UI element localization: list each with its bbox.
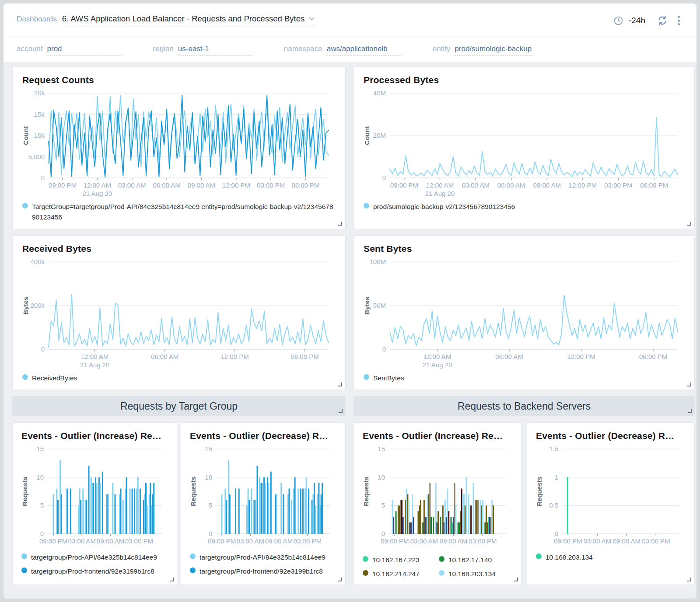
legend-label: targetgroup/Prod-frontend/92e3199b1rc8: [200, 566, 323, 577]
resize-handle[interactable]: [687, 383, 691, 386]
panel-title: Events - Outlier (Decrease) R…: [536, 431, 686, 441]
legend-item[interactable]: 10.162.214.247: [363, 569, 436, 579]
series-dot: [364, 374, 369, 380]
svg-text:100M: 100M: [369, 258, 386, 265]
legend: 10.162.167.223 10.162.17.140 10.162.214.…: [363, 551, 512, 579]
legend-item[interactable]: 10.162.167.223: [363, 555, 436, 565]
svg-text:5: 5: [40, 501, 44, 509]
series-dot: [439, 556, 444, 562]
legend-label: ReceivedBytes: [32, 373, 77, 383]
legend-item[interactable]: targetgroup/Prod-frontend/92e3199b1rc8: [21, 566, 168, 577]
legend-label: 10.162.167.223: [372, 555, 420, 565]
svg-text:03:00 AM: 03:00 AM: [584, 537, 611, 545]
svg-text:12:00 PM: 12:00 PM: [220, 353, 248, 360]
svg-text:20k: 20k: [34, 89, 45, 97]
legend-item[interactable]: 10.168.203.134: [439, 569, 512, 579]
svg-text:Requests: Requests: [21, 477, 28, 506]
svg-text:12:00 AM: 12:00 AM: [424, 353, 451, 360]
svg-text:0: 0: [40, 530, 44, 537]
filter-entity-value[interactable]: prod/sumologic-backup: [455, 45, 532, 56]
outlier-decrease-backend-chart[interactable]: 1.510.5009:00 PM03:00 AM09:00 AM03:00 PM…: [536, 444, 685, 549]
resize-handle[interactable]: [170, 578, 174, 581]
resize-handle[interactable]: [688, 409, 692, 413]
svg-text:15k: 15k: [34, 111, 45, 118]
resize-handle[interactable]: [687, 222, 691, 226]
legend-item[interactable]: TargetGroup=targetgroup/Prod-API/84e325b…: [22, 202, 336, 223]
resize-handle[interactable]: [338, 222, 342, 226]
svg-text:06:00 AM: 06:00 AM: [153, 181, 180, 189]
legend: targetgroup/Prod-API/84e325b14c814ee9 ta…: [21, 552, 168, 577]
svg-text:40M: 40M: [373, 89, 386, 97]
received-bytes-chart[interactable]: 400k200k012:00 AM21 Aug 2006:00 AM12:00 …: [22, 257, 334, 369]
legend: prod/sumologic-backup-v2/123456789012345…: [364, 202, 685, 212]
svg-text:5: 5: [382, 501, 385, 509]
resize-handle[interactable]: [339, 409, 343, 413]
clock-icon: [613, 16, 623, 26]
svg-text:21 Aug 20: 21 Aug 20: [425, 190, 455, 197]
svg-text:0: 0: [382, 174, 386, 181]
dashboard-grid: Request Counts 20k15k10k5,000009:00 PM12…: [4, 62, 696, 594]
outlier-increase-backend-chart[interactable]: 15105009:00 PM03:00 AM09:00 AM03:00 PMRe…: [363, 444, 511, 549]
svg-text:50M: 50M: [373, 302, 386, 309]
legend-item[interactable]: targetgroup/Prod-frontend/92e3199b1rc8: [190, 566, 336, 577]
legend-item[interactable]: 10.162.17.140: [439, 555, 512, 565]
panel-title: Events - Outlier (Decrease) R…: [190, 431, 336, 441]
panel-title: Request Counts: [22, 75, 336, 85]
legend-label: 10.162.17.140: [448, 555, 492, 565]
outlier-increase-tg-chart[interactable]: 15105009:00 PM03:00 AM09:00 AM03:00 PMRe…: [21, 444, 167, 549]
legend-item[interactable]: SentBytes: [364, 373, 685, 383]
resize-handle[interactable]: [687, 578, 691, 581]
sent-bytes-chart[interactable]: 100M50M012:00 AM21 Aug 2006:00 AM12:00 P…: [364, 257, 683, 369]
panel-processed-bytes: Processed Bytes 40M20M009:00 PM12:00 AM2…: [354, 66, 695, 229]
legend-item[interactable]: targetgroup/Prod-API/84e325b14c814ee9: [190, 552, 336, 563]
svg-text:12:00 AM: 12:00 AM: [426, 181, 454, 189]
refresh-icon[interactable]: [657, 15, 668, 26]
svg-text:09:00 AM: 09:00 AM: [440, 537, 467, 545]
legend-item[interactable]: ReceivedBytes: [22, 373, 336, 383]
panel-outlier-increase-targetgroup: Events - Outlier (Increase) Re… 15105009…: [12, 422, 177, 585]
svg-text:Requests: Requests: [190, 477, 197, 506]
svg-text:5: 5: [209, 501, 212, 509]
svg-text:10: 10: [205, 473, 212, 481]
svg-text:03:00 AM: 03:00 AM: [462, 181, 489, 189]
legend: 10.168.203.134: [536, 552, 686, 563]
panel-sent-bytes: Sent Bytes 100M50M012:00 AM21 Aug 2006:0…: [354, 235, 695, 390]
legend-item[interactable]: 10.168.203.134: [536, 552, 686, 563]
filter-entity: entity prod/sumologic-backup: [433, 45, 532, 56]
svg-text:09:00 PM: 09:00 PM: [39, 537, 67, 545]
panel-title: Sent Bytes: [364, 244, 685, 254]
svg-text:03:00 PM: 03:00 PM: [294, 537, 322, 545]
kebab-menu-icon[interactable]: [673, 14, 684, 27]
legend: ReceivedBytes: [22, 373, 336, 383]
legend-item[interactable]: prod/sumologic-backup-v2/123456789012345…: [364, 202, 685, 212]
time-range-label[interactable]: -24h: [629, 16, 645, 25]
svg-text:15: 15: [205, 445, 212, 452]
resize-handle[interactable]: [338, 383, 342, 386]
filter-account-label: account: [17, 45, 43, 53]
series-dot: [364, 203, 369, 209]
resize-handle[interactable]: [338, 578, 342, 581]
filter-namespace-value[interactable]: aws/applicationelb: [327, 45, 402, 56]
legend-item[interactable]: targetgroup/Prod-API/84e325b14c814ee9: [21, 552, 168, 563]
resize-handle[interactable]: [514, 578, 518, 581]
filter-region-value[interactable]: us-east-1: [178, 45, 253, 56]
topbar: Dashboards 6. AWS Application Load Balan…: [4, 3, 696, 38]
svg-text:09:00 AM: 09:00 AM: [613, 537, 640, 545]
legend: targetgroup/Prod-API/84e325b14c814ee9 ta…: [190, 552, 336, 577]
processed-bytes-chart[interactable]: 40M20M009:00 PM12:00 AM21 Aug 2003:00 AM…: [364, 88, 683, 198]
svg-text:12:00 PM: 12:00 PM: [222, 181, 250, 189]
legend-label: TargetGroup=targetgroup/Prod-API/84e325b…: [32, 202, 336, 223]
outlier-decrease-tg-chart[interactable]: 15105009:00 PM03:00 AM09:00 AM03:00 PMRe…: [190, 444, 336, 549]
svg-text:06:00 PM: 06:00 PM: [290, 353, 318, 360]
breadcrumb[interactable]: Dashboards: [17, 15, 57, 24]
series-dot: [439, 570, 444, 576]
svg-text:03:00 PM: 03:00 PM: [469, 537, 497, 545]
svg-text:Requests: Requests: [536, 477, 543, 506]
svg-text:0: 0: [41, 345, 45, 353]
dashboard-title-select[interactable]: 6. AWS Application Load Balancer - Reque…: [62, 14, 315, 27]
filter-account-value[interactable]: prod: [47, 45, 122, 56]
filter-namespace: namespace aws/applicationelb: [284, 45, 402, 56]
filter-account: account prod: [17, 45, 122, 56]
svg-text:12:00 AM: 12:00 AM: [81, 353, 108, 360]
request-counts-chart[interactable]: 20k15k10k5,000009:00 PM12:00 AM21 Aug 20…: [22, 88, 334, 198]
